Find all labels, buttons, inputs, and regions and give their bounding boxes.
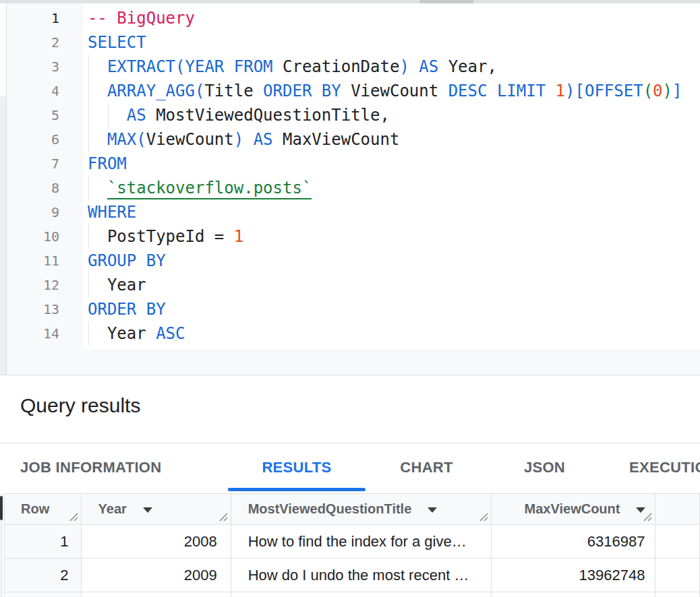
bigquery-query-panel: 1-- BigQuery2SELECT3 EXTRACT(YEAR FROM C… <box>0 0 700 597</box>
line-number: 3 <box>6 55 59 79</box>
code-text: SELECT <box>88 30 146 55</box>
column-header-row-number[interactable]: Row <box>5 494 82 525</box>
code-line-1[interactable]: 1-- BigQuery <box>0 6 700 30</box>
column-label: MostViewedQuestionTitle <box>248 501 412 516</box>
line-number: 8 <box>6 176 59 200</box>
line-number: 5 <box>6 103 59 127</box>
code-line-11[interactable]: 11GROUP BY <box>0 249 700 273</box>
code-text: ORDER BY <box>88 297 166 321</box>
cell-most-viewed-question-title: How to find the index for a give… <box>231 525 492 559</box>
sort-dropdown-icon[interactable] <box>428 507 437 513</box>
cell-year <box>81 592 231 597</box>
column-header-row: RowYearMostViewedQuestionTitleMaxViewCou… <box>5 494 700 525</box>
cell-year: 2009 <box>81 559 231 592</box>
tab-chart[interactable]: CHART <box>378 443 475 493</box>
cell-max-view-count: 6316987 <box>492 525 655 559</box>
code-line-14[interactable]: 14 Year ASC <box>0 321 700 346</box>
code-line-12[interactable]: 12 Year <box>0 273 700 297</box>
code-line-4[interactable]: 4 ARRAY_AGG(Title ORDER BY ViewCount DES… <box>0 79 700 103</box>
table-row-partial <box>5 592 700 597</box>
code-text: Year <box>88 273 146 297</box>
code-line-8[interactable]: 8 `stackoverflow.posts` <box>0 176 700 200</box>
code-line-10[interactable]: 10 PostTypeId = 1 <box>0 224 700 249</box>
tab-job-information[interactable]: JOB INFORMATION <box>20 443 161 493</box>
line-number: 2 <box>6 30 59 55</box>
sort-dropdown-icon[interactable] <box>143 507 152 513</box>
column-resize-grip[interactable] <box>218 511 229 522</box>
cell-overflow <box>655 525 700 559</box>
cell-most-viewed-question-title: How do I undo the most recent … <box>231 559 492 592</box>
cell-most-viewed-question-title <box>231 592 492 597</box>
code-line-3[interactable]: 3 EXTRACT(YEAR FROM CreationDate) AS Yea… <box>0 55 700 79</box>
line-number: 9 <box>6 200 59 224</box>
table-reference-link[interactable]: `stackoverflow.posts` <box>107 179 312 199</box>
code-line-2[interactable]: 2SELECT <box>0 30 700 55</box>
results-table-wrap: RowYearMostViewedQuestionTitleMaxViewCou… <box>4 493 700 597</box>
code-text: MAX(ViewCount) AS MaxViewCount <box>88 127 399 152</box>
code-line-6[interactable]: 6 MAX(ViewCount) AS MaxViewCount <box>0 127 700 152</box>
column-header-overflow <box>655 494 700 525</box>
code-text: EXTRACT(YEAR FROM CreationDate) AS Year, <box>88 55 497 79</box>
line-number: 12 <box>6 273 59 297</box>
cell-overflow <box>655 592 700 597</box>
code-text: FROM <box>88 152 127 176</box>
cell-row-number: 2 <box>5 559 82 592</box>
cell-max-view-count <box>492 592 655 597</box>
code-text: AS MostViewedQuestionTitle, <box>88 103 390 127</box>
table-row: 22009How do I undo the most recent …1396… <box>5 559 700 592</box>
code-text: PostTypeId = 1 <box>88 224 243 249</box>
line-number: 13 <box>6 297 59 321</box>
tab-json[interactable]: JSON <box>502 443 587 493</box>
column-label: Year <box>98 501 127 516</box>
code-text: `stackoverflow.posts` <box>88 176 312 200</box>
results-table: RowYearMostViewedQuestionTitleMaxViewCou… <box>4 493 700 597</box>
code-line-5[interactable]: 5 AS MostViewedQuestionTitle, <box>0 103 700 127</box>
column-resize-grip[interactable] <box>68 511 79 522</box>
active-tab-underline <box>228 488 366 491</box>
line-number: 1 <box>6 6 59 30</box>
query-results-title: Query results <box>20 394 140 417</box>
sql-editor[interactable]: 1-- BigQuery2SELECT3 EXTRACT(YEAR FROM C… <box>0 3 700 375</box>
code-line-7[interactable]: 7FROM <box>0 152 700 176</box>
cell-overflow <box>655 559 700 592</box>
line-number: 10 <box>6 224 59 249</box>
cell-row-number <box>5 592 82 597</box>
column-resize-grip[interactable] <box>478 511 489 522</box>
code-text: Year ASC <box>88 321 185 346</box>
code-line-13[interactable]: 13ORDER BY <box>0 297 700 321</box>
tab-results[interactable]: RESULTS <box>228 443 366 493</box>
panel-divider <box>0 375 700 375</box>
line-number: 6 <box>6 127 59 152</box>
column-header-most-viewed-question-title[interactable]: MostViewedQuestionTitle <box>231 494 492 525</box>
cell-max-view-count: 13962748 <box>492 559 655 592</box>
code-text: -- BigQuery <box>88 6 195 30</box>
column-label: Row <box>21 501 49 516</box>
code-lines: 1-- BigQuery2SELECT3 EXTRACT(YEAR FROM C… <box>0 6 700 346</box>
code-text: GROUP BY <box>88 249 166 273</box>
line-number: 11 <box>6 249 59 273</box>
line-number: 7 <box>6 152 59 176</box>
cell-row-number: 1 <box>5 525 82 559</box>
line-number: 4 <box>6 79 59 103</box>
column-header-max-view-count[interactable]: MaxViewCount <box>492 494 655 525</box>
code-line-9[interactable]: 9WHERE <box>0 200 700 224</box>
code-text: WHERE <box>88 200 136 224</box>
code-text: ARRAY_AGG(Title ORDER BY ViewCount DESC … <box>88 79 682 103</box>
results-tab-bar: JOB INFORMATIONRESULTSCHARTJSONEXECUTION… <box>0 443 700 493</box>
column-label: MaxViewCount <box>525 501 620 516</box>
table-row: 12008How to find the index for a give…63… <box>5 525 700 559</box>
column-header-year[interactable]: Year <box>81 494 231 525</box>
cell-year: 2008 <box>81 525 231 559</box>
line-number: 14 <box>6 321 59 346</box>
column-resize-grip[interactable] <box>642 511 653 522</box>
tab-execution-details[interactable]: EXECUTION DETAILS <box>629 443 700 493</box>
results-scrollbar-thumb[interactable] <box>0 496 3 520</box>
